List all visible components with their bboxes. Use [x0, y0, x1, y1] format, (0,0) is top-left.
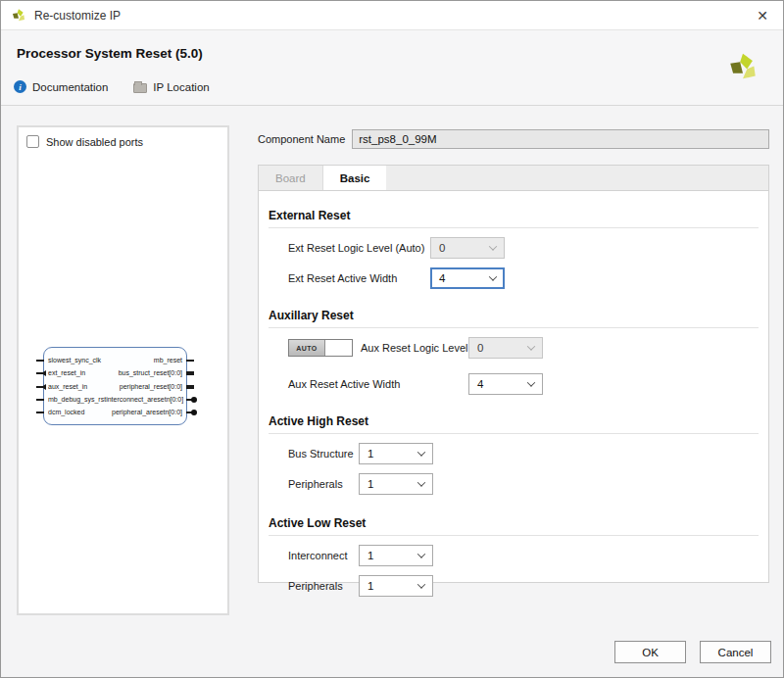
interconnect-select[interactable]: 1 — [359, 545, 433, 566]
port-row: mb_debug_sys_rst interconnect_aresetn[0:… — [48, 394, 182, 406]
aux-reset-active-width-select[interactable]: 4 — [468, 373, 543, 395]
auto-toggle-label: AUTO — [289, 340, 325, 356]
tabstrip: Board Basic — [258, 165, 769, 190]
ip-location-button[interactable]: IP Location — [133, 81, 209, 93]
field-label: Peripherals — [288, 580, 359, 592]
field-label: Ext Reset Active Width — [288, 272, 430, 284]
port-row: dcm_locked peripheral_aresetn[0:0] — [48, 407, 182, 418]
select-value: 1 — [368, 550, 373, 561]
port-label: bus_struct_reset[0:0] — [119, 367, 182, 379]
ext-reset-logic-level-row: Ext Reset Logic Level (Auto) 0 — [269, 237, 759, 259]
field-label: Interconnect — [288, 550, 359, 561]
port-label: peripheral_aresetn[0:0] — [112, 407, 182, 418]
config-panel: Component Name rst_ps8_0_99M Board Basic… — [258, 106, 769, 583]
port-label: slowest_sync_clk — [48, 355, 101, 366]
field-label: Aux Reset Logic Level — [361, 342, 468, 354]
footer: OK Cancel — [614, 641, 771, 663]
main-area: Show disabled ports slowest_sync_clk mb_… — [1, 106, 783, 635]
port-stub-line — [36, 412, 44, 413]
port-label: dcm_locked — [48, 407, 84, 418]
select-value: 4 — [439, 272, 445, 284]
aux-reset-logic-level-row: AUTO Aux Reset Logic Level 0 — [269, 337, 759, 359]
port-label: mb_debug_sys_rst — [48, 394, 106, 406]
section-title: Active Low Reset — [269, 514, 759, 536]
field-label: Ext Reset Logic Level (Auto) — [288, 242, 430, 254]
port-label: interconnect_aresetn[0:0] — [106, 394, 183, 406]
info-icon: i — [14, 80, 26, 93]
component-name-row: Component Name rst_ps8_0_99M — [258, 129, 769, 149]
port-stub-bus — [186, 385, 194, 389]
port-label: ext_reset_in — [48, 367, 85, 379]
section-auxillary-reset: Auxillary Reset AUTO Aux Reset Logic Lev… — [269, 307, 759, 395]
select-value: 0 — [439, 242, 445, 254]
chevron-down-icon — [417, 448, 425, 456]
ip-location-label: IP Location — [153, 81, 209, 93]
port-row: aux_reset_in peripheral_reset[0:0] — [48, 381, 182, 393]
port-stub-bus — [186, 371, 194, 375]
port-stub-circle — [186, 399, 194, 401]
auto-toggle[interactable]: AUTO — [288, 339, 353, 357]
port-label: aux_reset_in — [48, 381, 87, 393]
peripherals-low-select[interactable]: 1 — [359, 575, 433, 597]
field-label: Bus Structure — [288, 448, 359, 460]
bus-structure-row: Bus Structure 1 — [269, 443, 759, 464]
tab-basic[interactable]: Basic — [323, 166, 387, 190]
tab-board[interactable]: Board — [259, 166, 323, 190]
ip-block-diagram: slowest_sync_clk mb_reset ext_reset_in b… — [43, 347, 187, 425]
chevron-down-icon — [489, 242, 497, 250]
re-customize-ip-dialog: Re-customize IP ✕ Processor System Reset… — [0, 0, 784, 678]
bus-structure-select[interactable]: 1 — [359, 443, 433, 464]
cancel-button[interactable]: Cancel — [700, 641, 771, 663]
ok-button[interactable]: OK — [614, 641, 686, 663]
port-row: slowest_sync_clk mb_reset — [48, 355, 182, 366]
component-name-field: rst_ps8_0_99M — [352, 129, 769, 149]
titlebar: Re-customize IP ✕ — [1, 1, 783, 30]
aux-reset-active-width-row: Aux Reset Active Width 4 — [269, 373, 759, 395]
section-active-low-reset: Active Low Reset Interconnect 1 Peripher… — [269, 514, 759, 597]
chevron-down-icon — [417, 580, 425, 588]
port-stub-line — [186, 360, 194, 362]
component-name-label: Component Name — [258, 133, 345, 145]
section-title: Active High Reset — [269, 412, 759, 434]
documentation-label: Documentation — [32, 81, 108, 93]
page-title: Processor System Reset (5.0) — [1, 30, 783, 61]
select-value: 4 — [477, 378, 483, 390]
port-row: ext_reset_in bus_struct_reset[0:0] — [48, 367, 182, 379]
peripherals-low-row: Peripherals 1 — [269, 575, 759, 597]
section-active-high-reset: Active High Reset Bus Structure 1 Periph… — [269, 412, 759, 495]
ext-reset-active-width-select[interactable]: 4 — [430, 267, 505, 289]
xilinx-window-icon — [11, 8, 26, 24]
port-label: peripheral_reset[0:0] — [120, 381, 182, 393]
show-disabled-ports-checkbox[interactable] — [26, 135, 39, 148]
ext-reset-logic-level-select: 0 — [430, 237, 505, 259]
field-label: Aux Reset Active Width — [288, 378, 468, 390]
xilinx-logo — [726, 51, 760, 84]
chevron-down-icon — [527, 378, 535, 386]
port-stub-line — [36, 399, 44, 401]
close-icon[interactable]: ✕ — [752, 5, 773, 26]
chevron-down-icon — [527, 342, 535, 350]
port-stub-arrow — [36, 372, 44, 374]
interconnect-row: Interconnect 1 — [269, 545, 759, 566]
section-title: External Reset — [269, 207, 759, 228]
select-value: 0 — [477, 342, 483, 354]
peripherals-high-row: Peripherals 1 — [269, 473, 759, 495]
field-label: Peripherals — [288, 478, 359, 490]
section-external-reset: External Reset Ext Reset Logic Level (Au… — [269, 207, 759, 289]
ext-reset-active-width-row: Ext Reset Active Width 4 — [269, 267, 759, 289]
select-value: 1 — [368, 478, 373, 490]
chevron-down-icon — [417, 478, 425, 486]
folder-icon — [133, 83, 147, 93]
port-stub-circle — [186, 412, 194, 413]
peripherals-high-select[interactable]: 1 — [359, 473, 433, 495]
show-disabled-ports-row: Show disabled ports — [19, 127, 227, 148]
window-title: Re-customize IP — [34, 9, 121, 23]
port-label: mb_reset — [154, 355, 182, 366]
chevron-down-icon — [489, 272, 497, 280]
header: Processor System Reset (5.0) i Documenta… — [1, 30, 783, 106]
section-title: Auxillary Reset — [269, 307, 759, 328]
aux-reset-logic-level-select: 0 — [468, 337, 543, 359]
documentation-button[interactable]: i Documentation — [14, 80, 108, 93]
ports-panel: Show disabled ports slowest_sync_clk mb_… — [17, 125, 229, 615]
select-value: 1 — [368, 448, 373, 460]
